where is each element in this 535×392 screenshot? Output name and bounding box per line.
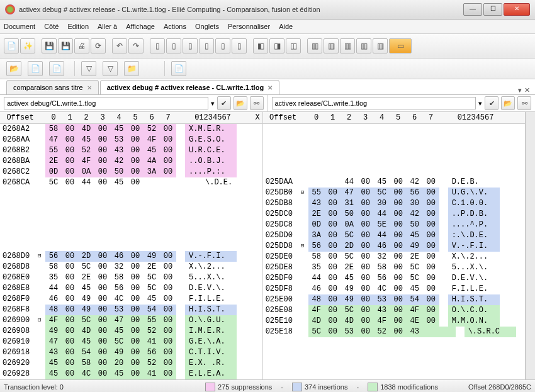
filter-icon[interactable]: ▽ [81,61,96,76]
hex-row[interactable] [263,337,526,348]
redo-icon[interactable]: ↷ [128,38,144,53]
diff-nav-5-icon[interactable]: ▯ [215,38,230,53]
hex-row[interactable]: 0268CA5C0044004500\.D.E. [0,177,262,188]
layout-full-icon[interactable]: ▭ [389,38,412,53]
hex-row[interactable]: 026900⊟4F005C0047005500O.\.G.U. [0,315,262,326]
path-input-left[interactable] [4,97,208,109]
hex-row[interactable] [263,145,526,156]
hex-row[interactable]: 025DF04400450056005C00D.E.V.\. [263,273,526,284]
hex-row[interactable]: 0268D858005C0032002E00X.\.2... [0,262,262,272]
hex-row[interactable] [0,188,262,199]
hex-row[interactable] [263,358,526,369]
hex-row[interactable]: 025DF8460049004C004500F.I.L.E. [263,284,526,294]
hex-row[interactable]: 0268E035002E0058005C005...X.\. [0,272,262,283]
hex-row[interactable]: 0269184300540049005600C.T.I.V. [0,347,262,358]
print-icon[interactable]: 🖨 [74,38,89,53]
hex-row[interactable]: 0268D0⊟56002D0046004900V.-.F.I. [0,251,262,262]
hex-row[interactable] [263,348,526,359]
tab-untitled[interactable]: comparaison sans titre ✕ [6,80,99,94]
hex-row[interactable]: 0268E84400450056005C00D.E.V.\. [0,283,262,294]
hex-row[interactable] [0,199,262,210]
close-tab-icon[interactable]: ✕ [268,84,273,91]
browse-icon[interactable]: 📂 [501,96,515,110]
hex-row[interactable]: 025DAA440045004200 D.E.B. [263,177,526,188]
hex-row[interactable]: 025E004800490053005400H.I.S.T. [263,294,526,305]
dropdown-icon[interactable]: ▾ [478,99,482,108]
right-body[interactable]: 025DAA440045004200 D.E.B.025DB0⊟55004700… [263,124,526,379]
folder-open-icon[interactable]: 📂 [6,61,21,76]
hex-row[interactable]: 025DB84300310030003000C.1.0.0. [263,198,526,209]
hex-row[interactable]: 0269204500580020005200E.X. .R. [0,358,262,369]
link-icon[interactable]: ⚯ [250,96,264,110]
filter-2-icon[interactable]: ▽ [103,61,118,76]
tab-menu-icon[interactable]: ▾ [518,86,522,94]
new-doc-icon[interactable]: 📄 [4,38,19,53]
folder-filter-icon[interactable]: 📁 [124,61,139,76]
hex-row[interactable]: 025DD8⊟56002D0046004900V.-.F.I. [263,241,526,252]
hex-row[interactable] [263,369,526,379]
hex-row[interactable] [263,135,526,145]
hex-row[interactable]: 0268C20D000A0050003A00....P.:. [0,167,262,177]
tab-active[interactable]: activex debug # activex release - CL.wri… [100,80,279,94]
hex-row[interactable]: 0268AA4700450053004F00G.E.S.O. [0,135,262,145]
save-icon[interactable]: 💾 [42,38,57,53]
undo-icon[interactable]: ↶ [112,38,127,53]
hex-row[interactable]: 0268BA2E004F0042004A00..O.B.J. [0,156,262,167]
hex-row[interactable] [0,220,262,230]
hex-row[interactable]: 0268B25500520043004500U.R.C.E. [0,145,262,156]
hex-row[interactable] [0,209,262,220]
menu-cote[interactable]: Côté [44,23,59,30]
hex-row[interactable]: 025DC80D000A005E005000....^.P. [263,220,526,230]
dropdown-icon[interactable]: ▾ [211,99,215,108]
diff-nav-1-icon[interactable]: ▯ [150,38,165,53]
hex-row[interactable]: 0268A258004D0045005200X.M.E.R. [0,124,262,135]
vertical-scrollbar[interactable] [526,112,535,379]
apply-icon[interactable]: ✔ [485,96,498,110]
link-icon[interactable]: ⚯ [517,96,531,110]
close-tab-icon[interactable]: ✕ [87,84,92,91]
menu-edition[interactable]: Edition [67,23,89,30]
save-all-icon[interactable]: 💾 [58,38,73,53]
menu-document[interactable]: Document [4,23,35,30]
hex-row[interactable]: 0268F84800490053005400H.I.S.T. [0,305,262,315]
path-input-right[interactable] [272,97,476,109]
layout-3-icon[interactable]: ▥ [340,38,355,53]
apply-icon[interactable]: ✔ [217,96,231,110]
wand-icon[interactable]: ✨ [20,38,35,53]
hex-row[interactable]: 025E084F005C0043004F00O.\.C.O. [263,305,526,316]
diff-nav-6-icon[interactable]: ▯ [232,38,247,53]
menu-affichage[interactable]: Affichage [126,23,155,30]
left-body[interactable]: 0268A258004D0045005200X.M.E.R.0268AA4700… [0,124,262,379]
layout-5-icon[interactable]: ▥ [373,38,388,53]
diff-nav-3-icon[interactable]: ▯ [183,38,198,53]
hex-row[interactable]: 026910470045005C004100G.E.\.A. [0,337,262,347]
hex-row[interactable]: 025DC02E00500044004200..P.D.B. [263,209,526,220]
refresh-icon[interactable]: ⟳ [91,38,106,53]
menu-onglets[interactable]: Onglets [195,23,219,30]
hex-row[interactable] [263,155,526,166]
close-button[interactable]: ✕ [504,3,530,16]
hex-row[interactable]: 025DB0⊟550047005C005600U.G.\.V. [263,188,526,198]
layout-1-icon[interactable]: ▥ [307,38,322,53]
hex-row[interactable]: 025E104D004D004F004E00M.M.O.N. [263,316,526,327]
hex-row[interactable] [263,124,526,135]
merge-right-icon[interactable]: ◨ [269,38,284,53]
hex-row[interactable]: 025DE058005C0032002E00X.\.2... [263,252,526,262]
diff-nav-4-icon[interactable]: ▯ [199,38,214,53]
minimize-button[interactable]: — [463,3,482,16]
file-b-icon[interactable]: 📄 [49,61,64,76]
hex-row[interactable]: 02690849004D0045005200I.M.E.R. [0,326,262,337]
diff-nav-2-icon[interactable]: ▯ [166,38,181,53]
hex-row[interactable]: 025DE835002E0058005C005...X.\. [263,262,526,273]
menu-actions[interactable]: Actions [164,23,186,30]
hex-row[interactable] [0,240,262,251]
hex-row[interactable]: 025E185C005300520043\.S.R.C [263,327,526,337]
hex-view-icon[interactable]: 📄 [171,61,186,76]
menu-personnaliser[interactable]: Personnaliser [228,23,270,30]
hex-row[interactable]: 0268F0460049004C004500F.I.L.E. [0,294,262,305]
menu-aide[interactable]: Aide [279,23,293,30]
hex-row[interactable]: 025DD03A005C0044004500:.\.D.E. [263,230,526,241]
hex-row[interactable] [0,230,262,241]
hex-row[interactable]: 02692845004C0045004100E.L.E.A. [0,369,262,379]
hex-row[interactable] [263,166,526,177]
